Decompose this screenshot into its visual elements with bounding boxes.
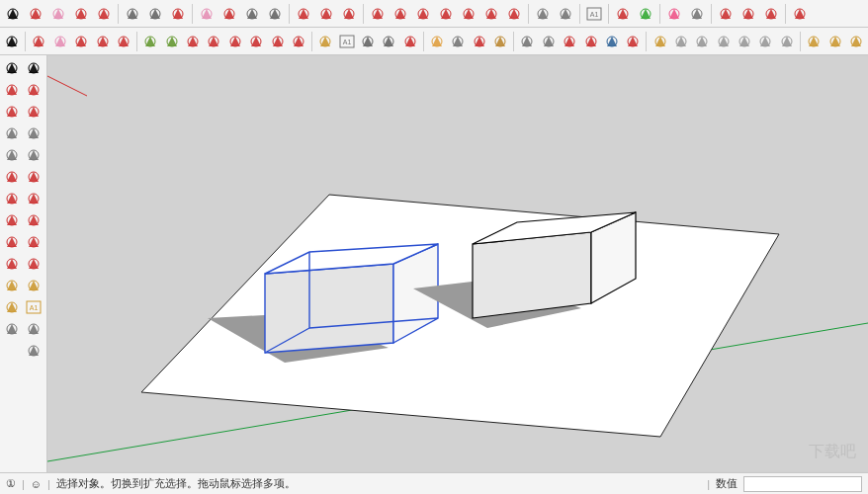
tape-yellow-icon[interactable]: [1, 275, 22, 295]
follow-icon[interactable]: [267, 31, 287, 52]
shape-a-icon[interactable]: [367, 3, 389, 25]
freehand2-icon[interactable]: [93, 3, 115, 25]
circ-fill-icon[interactable]: [23, 144, 43, 165]
plugin-a-icon[interactable]: [602, 31, 622, 52]
house-solid-icon[interactable]: [686, 3, 708, 25]
rect-fill-icon[interactable]: [23, 123, 43, 143]
dim-icon[interactable]: [23, 275, 43, 295]
text-icon[interactable]: [358, 31, 378, 52]
toggle-off-icon[interactable]: [241, 3, 263, 25]
axis-red-icon[interactable]: [612, 3, 634, 25]
push-c-icon[interactable]: [338, 3, 360, 25]
zoom-win-icon[interactable]: [539, 31, 559, 52]
dim-label2-icon[interactable]: A1: [23, 296, 43, 317]
rotate-c-icon[interactable]: [246, 31, 266, 52]
zoom-icon[interactable]: [448, 31, 468, 52]
window-b-icon[interactable]: [738, 3, 759, 25]
axes-icon[interactable]: [400, 31, 420, 52]
shape-b-icon[interactable]: [390, 3, 411, 25]
push-red-icon[interactable]: [23, 209, 43, 230]
multiwin-icon[interactable]: [789, 3, 811, 25]
shape-e-icon[interactable]: [458, 3, 479, 25]
tape-icon[interactable]: [315, 31, 335, 52]
cube-b-icon[interactable]: [555, 3, 576, 25]
axes-red-icon[interactable]: [23, 318, 43, 339]
rect-tool-icon[interactable]: [23, 101, 43, 122]
house-back-icon[interactable]: [755, 31, 775, 52]
house-wire-icon[interactable]: [663, 3, 685, 25]
arc2-icon[interactable]: [92, 31, 112, 52]
eraser-pink-icon[interactable]: [23, 79, 43, 100]
house-iso-icon[interactable]: [671, 31, 691, 52]
paint-bucket-icon[interactable]: [25, 3, 46, 25]
house-front-icon[interactable]: [714, 31, 734, 52]
cube-a-icon[interactable]: [532, 3, 554, 25]
push-a-icon[interactable]: [293, 3, 314, 25]
pie-icon[interactable]: [23, 188, 43, 208]
walk-icon[interactable]: [490, 31, 510, 52]
offset-icon[interactable]: [289, 31, 308, 52]
arc-red-icon[interactable]: [1, 166, 22, 187]
arrow-select-icon[interactable]: [2, 31, 22, 52]
circle-icon[interactable]: [122, 3, 143, 25]
plugin-b-icon[interactable]: [623, 31, 643, 52]
push-b-icon[interactable]: [315, 3, 337, 25]
plane-icon[interactable]: [218, 3, 240, 25]
scale-red-icon[interactable]: [1, 253, 22, 274]
style-a-icon[interactable]: [804, 31, 824, 52]
shape-d-icon[interactable]: [435, 3, 457, 25]
follow-red-icon[interactable]: [23, 231, 43, 252]
select-tool[interactable]: [2, 3, 24, 25]
arc3-icon[interactable]: [114, 31, 133, 52]
hand-icon[interactable]: [427, 31, 447, 52]
arc2-red-icon[interactable]: [23, 166, 43, 187]
orbit-icon[interactable]: [470, 31, 489, 52]
curve-red-icon[interactable]: [1, 101, 22, 122]
text-tool-icon[interactable]: [1, 318, 22, 339]
measurement-input[interactable]: [743, 476, 862, 492]
arrow-icon[interactable]: [1, 57, 22, 78]
dim-label-icon[interactable]: A1: [336, 31, 356, 52]
move-red-icon[interactable]: [1, 209, 22, 230]
toggle-on-icon[interactable]: [264, 3, 286, 25]
house-right-icon[interactable]: [735, 31, 754, 52]
next-view-icon[interactable]: [580, 31, 600, 52]
shape-c-icon[interactable]: [412, 3, 434, 25]
window-c-icon[interactable]: [760, 3, 782, 25]
mark-b-icon[interactable]: [161, 31, 181, 52]
style-b-icon[interactable]: [825, 31, 844, 52]
house-left-icon[interactable]: [777, 31, 797, 52]
line-red-icon[interactable]: [1, 79, 22, 100]
mark-a-icon[interactable]: [140, 31, 160, 52]
eraser2-icon[interactable]: [196, 3, 217, 25]
arc3-red-icon[interactable]: [1, 188, 22, 208]
house-top-icon[interactable]: [692, 31, 712, 52]
circ-wire-icon[interactable]: [1, 144, 22, 165]
eraser-icon[interactable]: [47, 3, 69, 25]
t3d-icon[interactable]: [23, 340, 43, 361]
axis-green-icon[interactable]: [635, 3, 656, 25]
shape-g-icon[interactable]: [503, 3, 525, 25]
eraser3-icon[interactable]: [50, 31, 70, 52]
offset-red-icon[interactable]: [23, 253, 43, 274]
rect-wire-icon[interactable]: [1, 123, 22, 143]
viewport-3d[interactable]: 下载吧: [47, 55, 868, 472]
square-tool-icon[interactable]: [23, 57, 43, 78]
rotate-b-icon[interactable]: [204, 31, 223, 52]
extrude-icon[interactable]: [167, 3, 189, 25]
window-a-icon[interactable]: [715, 3, 737, 25]
text3d-icon[interactable]: [379, 31, 398, 52]
rot-red-icon[interactable]: [1, 231, 22, 252]
move-icon[interactable]: [225, 31, 245, 52]
protractor-icon[interactable]: [1, 296, 22, 317]
warehouse-icon[interactable]: [650, 31, 669, 52]
label-icon[interactable]: A1: [583, 3, 605, 25]
zoom-ext-icon[interactable]: [517, 31, 537, 52]
style-c-icon[interactable]: [846, 31, 866, 52]
prev-view-icon[interactable]: [560, 31, 579, 52]
polygon-icon[interactable]: [144, 3, 166, 25]
rotate-a-icon[interactable]: [183, 31, 203, 52]
paint-icon[interactable]: [29, 31, 48, 52]
shape-f-icon[interactable]: [480, 3, 502, 25]
arc-icon[interactable]: [71, 31, 91, 52]
